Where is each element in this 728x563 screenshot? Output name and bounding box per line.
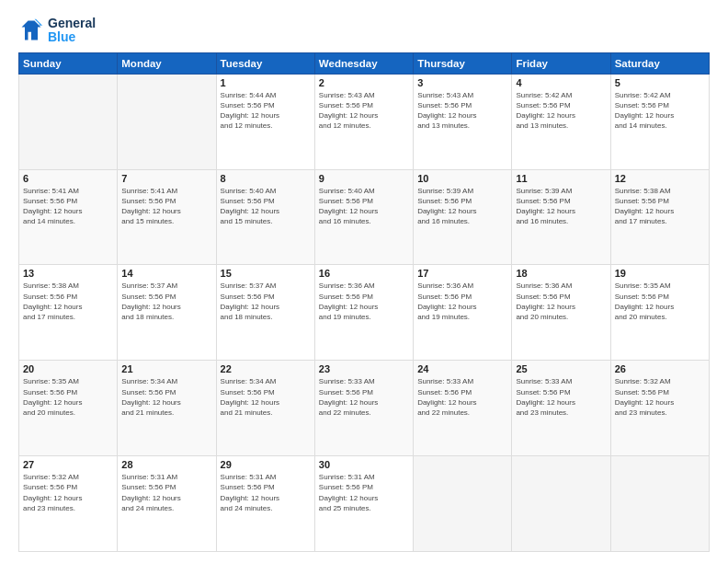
- day-detail: Sunrise: 5:37 AM Sunset: 5:56 PM Dayligh…: [221, 281, 311, 322]
- day-number: 22: [221, 363, 311, 374]
- day-detail: Sunrise: 5:36 AM Sunset: 5:56 PM Dayligh…: [319, 281, 409, 322]
- day-detail: Sunrise: 5:34 AM Sunset: 5:56 PM Dayligh…: [221, 376, 311, 418]
- calendar-cell: 26Sunrise: 5:32 AM Sunset: 5:56 PM Dayli…: [610, 361, 709, 456]
- calendar-cell: 23Sunrise: 5:33 AM Sunset: 5:56 PM Dayli…: [314, 361, 413, 456]
- day-detail: Sunrise: 5:32 AM Sunset: 5:56 PM Dayligh…: [615, 376, 705, 418]
- day-number: 26: [615, 363, 705, 374]
- calendar-cell: 30Sunrise: 5:31 AM Sunset: 5:56 PM Dayli…: [314, 456, 413, 552]
- calendar-cell: 9Sunrise: 5:40 AM Sunset: 5:56 PM Daylig…: [314, 169, 413, 265]
- day-number: 8: [221, 173, 311, 184]
- day-detail: Sunrise: 5:32 AM Sunset: 5:56 PM Dayligh…: [23, 472, 113, 513]
- day-detail: Sunrise: 5:44 AM Sunset: 5:56 PM Dayligh…: [221, 90, 311, 132]
- day-detail: Sunrise: 5:38 AM Sunset: 5:56 PM Dayligh…: [23, 281, 113, 322]
- calendar-cell: 15Sunrise: 5:37 AM Sunset: 5:56 PM Dayli…: [216, 265, 314, 361]
- day-number: 1: [221, 77, 311, 88]
- day-detail: Sunrise: 5:34 AM Sunset: 5:56 PM Dayligh…: [121, 376, 211, 418]
- calendar-cell: 21Sunrise: 5:34 AM Sunset: 5:56 PM Dayli…: [118, 361, 216, 456]
- day-number: 23: [319, 363, 409, 374]
- svg-marker-1: [22, 21, 41, 40]
- day-number: 11: [516, 173, 606, 184]
- day-detail: Sunrise: 5:33 AM Sunset: 5:56 PM Dayligh…: [417, 376, 507, 418]
- calendar-weekday-header: Saturday: [610, 52, 709, 74]
- calendar-cell: [118, 74, 216, 169]
- day-detail: Sunrise: 5:39 AM Sunset: 5:56 PM Dayligh…: [417, 186, 507, 227]
- day-number: 25: [516, 363, 606, 374]
- day-number: 18: [516, 268, 606, 279]
- day-number: 16: [319, 268, 409, 279]
- calendar-cell: 12Sunrise: 5:38 AM Sunset: 5:56 PM Dayli…: [610, 169, 709, 265]
- day-number: 3: [417, 77, 507, 88]
- calendar-cell: [512, 456, 610, 552]
- day-number: 2: [319, 77, 409, 88]
- calendar-cell: 25Sunrise: 5:33 AM Sunset: 5:56 PM Dayli…: [512, 361, 610, 456]
- day-number: 17: [417, 268, 507, 279]
- calendar-cell: 11Sunrise: 5:39 AM Sunset: 5:56 PM Dayli…: [512, 169, 610, 265]
- day-detail: Sunrise: 5:31 AM Sunset: 5:56 PM Dayligh…: [319, 472, 409, 513]
- calendar-cell: [610, 456, 709, 552]
- day-number: 9: [319, 173, 409, 184]
- day-detail: Sunrise: 5:35 AM Sunset: 5:56 PM Dayligh…: [615, 281, 705, 322]
- calendar-cell: 3Sunrise: 5:43 AM Sunset: 5:56 PM Daylig…: [414, 74, 512, 169]
- day-number: 13: [23, 268, 113, 279]
- calendar-cell: 10Sunrise: 5:39 AM Sunset: 5:56 PM Dayli…: [414, 169, 512, 265]
- day-detail: Sunrise: 5:41 AM Sunset: 5:56 PM Dayligh…: [23, 186, 113, 227]
- day-detail: Sunrise: 5:43 AM Sunset: 5:56 PM Dayligh…: [319, 90, 409, 132]
- day-number: 4: [516, 77, 606, 88]
- day-detail: Sunrise: 5:43 AM Sunset: 5:56 PM Dayligh…: [417, 90, 507, 132]
- calendar-weekday-header: Sunday: [19, 52, 118, 74]
- calendar-weekday-header: Tuesday: [216, 52, 314, 74]
- day-detail: Sunrise: 5:33 AM Sunset: 5:56 PM Dayligh…: [319, 376, 409, 418]
- calendar-cell: 14Sunrise: 5:37 AM Sunset: 5:56 PM Dayli…: [118, 265, 216, 361]
- calendar-cell: 16Sunrise: 5:36 AM Sunset: 5:56 PM Dayli…: [314, 265, 413, 361]
- calendar-cell: 19Sunrise: 5:35 AM Sunset: 5:56 PM Dayli…: [610, 265, 709, 361]
- day-detail: Sunrise: 5:36 AM Sunset: 5:56 PM Dayligh…: [417, 281, 507, 322]
- day-number: 12: [615, 173, 705, 184]
- day-number: 28: [121, 459, 211, 470]
- calendar-cell: 18Sunrise: 5:36 AM Sunset: 5:56 PM Dayli…: [512, 265, 610, 361]
- page: GeneralBlue SundayMondayTuesdayWednesday…: [0, 0, 728, 563]
- calendar-cell: 6Sunrise: 5:41 AM Sunset: 5:56 PM Daylig…: [19, 169, 118, 265]
- calendar-weekday-header: Wednesday: [314, 52, 413, 74]
- day-detail: Sunrise: 5:31 AM Sunset: 5:56 PM Dayligh…: [221, 472, 311, 513]
- day-detail: Sunrise: 5:33 AM Sunset: 5:56 PM Dayligh…: [516, 376, 606, 418]
- calendar-cell: 22Sunrise: 5:34 AM Sunset: 5:56 PM Dayli…: [216, 361, 314, 456]
- day-detail: Sunrise: 5:35 AM Sunset: 5:56 PM Dayligh…: [23, 376, 113, 418]
- day-number: 21: [121, 363, 211, 374]
- day-number: 27: [23, 459, 113, 470]
- day-detail: Sunrise: 5:41 AM Sunset: 5:56 PM Dayligh…: [121, 186, 211, 227]
- calendar-cell: 1Sunrise: 5:44 AM Sunset: 5:56 PM Daylig…: [216, 74, 314, 169]
- calendar-cell: 7Sunrise: 5:41 AM Sunset: 5:56 PM Daylig…: [118, 169, 216, 265]
- day-number: 7: [121, 173, 211, 184]
- day-detail: Sunrise: 5:42 AM Sunset: 5:56 PM Dayligh…: [615, 90, 705, 132]
- logo-icon: [18, 17, 44, 43]
- day-number: 20: [23, 363, 113, 374]
- calendar-cell: 27Sunrise: 5:32 AM Sunset: 5:56 PM Dayli…: [19, 456, 118, 552]
- calendar-cell: 20Sunrise: 5:35 AM Sunset: 5:56 PM Dayli…: [19, 361, 118, 456]
- calendar-cell: 13Sunrise: 5:38 AM Sunset: 5:56 PM Dayli…: [19, 265, 118, 361]
- calendar-weekday-header: Thursday: [414, 52, 512, 74]
- day-detail: Sunrise: 5:40 AM Sunset: 5:56 PM Dayligh…: [319, 186, 409, 227]
- calendar-week-row: 27Sunrise: 5:32 AM Sunset: 5:56 PM Dayli…: [19, 456, 710, 552]
- calendar-weekday-header: Monday: [118, 52, 216, 74]
- calendar-cell: 8Sunrise: 5:40 AM Sunset: 5:56 PM Daylig…: [216, 169, 314, 265]
- day-detail: Sunrise: 5:39 AM Sunset: 5:56 PM Dayligh…: [516, 186, 606, 227]
- calendar-week-row: 6Sunrise: 5:41 AM Sunset: 5:56 PM Daylig…: [19, 169, 710, 265]
- day-number: 30: [319, 459, 409, 470]
- calendar-cell: 5Sunrise: 5:42 AM Sunset: 5:56 PM Daylig…: [610, 74, 709, 169]
- day-number: 10: [417, 173, 507, 184]
- calendar-week-row: 1Sunrise: 5:44 AM Sunset: 5:56 PM Daylig…: [19, 74, 710, 169]
- calendar-cell: 28Sunrise: 5:31 AM Sunset: 5:56 PM Dayli…: [118, 456, 216, 552]
- header: GeneralBlue: [18, 17, 710, 45]
- day-number: 14: [121, 268, 211, 279]
- day-number: 24: [417, 363, 507, 374]
- calendar-cell: 4Sunrise: 5:42 AM Sunset: 5:56 PM Daylig…: [512, 74, 610, 169]
- day-detail: Sunrise: 5:37 AM Sunset: 5:56 PM Dayligh…: [121, 281, 211, 322]
- day-detail: Sunrise: 5:42 AM Sunset: 5:56 PM Dayligh…: [516, 90, 606, 132]
- day-detail: Sunrise: 5:36 AM Sunset: 5:56 PM Dayligh…: [516, 281, 606, 322]
- day-number: 19: [615, 268, 705, 279]
- day-detail: Sunrise: 5:38 AM Sunset: 5:56 PM Dayligh…: [615, 186, 705, 227]
- day-detail: Sunrise: 5:31 AM Sunset: 5:56 PM Dayligh…: [121, 472, 211, 513]
- calendar-cell: 29Sunrise: 5:31 AM Sunset: 5:56 PM Dayli…: [216, 456, 314, 552]
- calendar-week-row: 13Sunrise: 5:38 AM Sunset: 5:56 PM Dayli…: [19, 265, 710, 361]
- calendar-week-row: 20Sunrise: 5:35 AM Sunset: 5:56 PM Dayli…: [19, 361, 710, 456]
